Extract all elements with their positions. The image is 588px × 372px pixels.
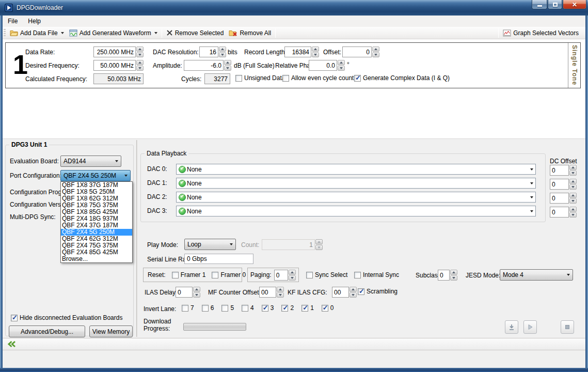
graph-selected-vectors-button[interactable]: Graph Selected Vectors bbox=[500, 28, 581, 38]
invert-lane-5-checkbox[interactable]: 5 bbox=[221, 304, 234, 312]
dac0-combo[interactable]: None bbox=[176, 164, 536, 175]
invert-lane-3-checkbox[interactable]: 3 bbox=[262, 304, 274, 312]
spin-up-button[interactable] bbox=[136, 60, 144, 65]
dac-resolution-value[interactable]: 16 bbox=[199, 47, 218, 57]
spin-up-button[interactable] bbox=[193, 287, 200, 292]
menu-file[interactable]: File bbox=[3, 17, 23, 26]
mf-counter-offset-value[interactable]: 00 bbox=[259, 287, 276, 298]
dc-offset-value[interactable]: 0 bbox=[550, 179, 569, 190]
spin-up-button[interactable] bbox=[224, 60, 231, 65]
dac3-combo[interactable]: None bbox=[176, 206, 536, 216]
add-generated-waveform-dropdown-caret[interactable] bbox=[154, 32, 157, 34]
remove-selected-button[interactable]: Remove Selected bbox=[164, 28, 227, 38]
port-configuration-combo[interactable]: QBF 2X4 5G 250M bbox=[60, 170, 131, 181]
paging-value[interactable]: 0 bbox=[274, 270, 288, 281]
dc-offset-value[interactable]: 0 bbox=[550, 207, 569, 218]
spin-down-button[interactable] bbox=[136, 66, 144, 71]
spin-up-button[interactable] bbox=[315, 239, 323, 244]
play-mode-combo[interactable]: Loop bbox=[184, 239, 236, 250]
dropdown-item-selected[interactable]: QBF 2X4 5G 250M bbox=[61, 229, 132, 236]
spin-down-button[interactable] bbox=[219, 52, 226, 57]
spin-up-button[interactable] bbox=[219, 47, 226, 52]
add-data-file-button[interactable]: Add Data File bbox=[7, 28, 67, 38]
menu-help[interactable]: Help bbox=[23, 17, 46, 26]
dropdown-item[interactable]: QBF 1X8 75G 375M bbox=[61, 202, 132, 209]
spin-down-button[interactable] bbox=[450, 275, 457, 281]
remove-all-button[interactable]: Remove All bbox=[226, 28, 274, 38]
data-rate-value[interactable]: 250.000 MHz bbox=[93, 47, 136, 57]
spin-down-button[interactable] bbox=[372, 52, 379, 57]
record-length-value[interactable]: 16384 bbox=[284, 47, 311, 57]
invert-lane-2-checkbox[interactable]: 2 bbox=[281, 304, 294, 312]
kf-ilas-cfg-value[interactable]: 00 bbox=[332, 287, 349, 298]
advanced-debug-button[interactable]: Advanced/Debug... bbox=[9, 326, 85, 337]
spin-up-button[interactable] bbox=[312, 47, 319, 52]
view-memory-button[interactable]: View Memory bbox=[89, 326, 133, 337]
scrambling-checkbox[interactable]: Scrambling bbox=[358, 288, 398, 295]
dropdown-item[interactable]: QBF 2X4 75G 375M bbox=[61, 242, 132, 249]
amplitude-value[interactable]: -6.0 bbox=[184, 60, 224, 71]
desired-frequency-value[interactable]: 50.000 MHz bbox=[93, 60, 136, 71]
download-button[interactable] bbox=[505, 320, 518, 334]
spin-down-button[interactable] bbox=[569, 212, 577, 218]
invert-lane-7-checkbox[interactable]: 7 bbox=[182, 304, 194, 312]
dropdown-item[interactable]: QBF 2X4 62G 312M bbox=[61, 236, 132, 242]
add-data-file-dropdown-caret[interactable] bbox=[61, 32, 64, 34]
dropdown-item[interactable]: Browse... bbox=[61, 256, 132, 262]
offset-value[interactable]: 0 bbox=[342, 47, 372, 57]
spin-up-button[interactable] bbox=[349, 287, 357, 292]
spin-up-button[interactable] bbox=[569, 207, 577, 212]
spin-up-button[interactable] bbox=[136, 47, 144, 52]
spin-down-button[interactable] bbox=[338, 66, 345, 71]
spin-up-button[interactable] bbox=[289, 270, 296, 275]
spin-down-button[interactable] bbox=[569, 184, 577, 190]
unsigned-data-checkbox[interactable]: Unsigned Data bbox=[235, 74, 285, 82]
spin-down-button[interactable] bbox=[569, 171, 577, 176]
relative-phase-value[interactable]: 0.0 bbox=[309, 60, 337, 71]
internal-sync-checkbox[interactable]: Internal Sync bbox=[354, 271, 399, 278]
invert-lane-6-checkbox[interactable]: 6 bbox=[202, 304, 214, 312]
play-button[interactable] bbox=[523, 320, 537, 334]
evaluation-board-combo[interactable]: AD9144 bbox=[60, 156, 121, 167]
spin-up-button[interactable] bbox=[338, 60, 345, 65]
hide-disconnected-checkbox[interactable]: Hide disconnected Evaluation Boards bbox=[11, 314, 122, 321]
stop-button[interactable] bbox=[561, 320, 574, 334]
minimize-button[interactable] bbox=[532, 0, 547, 9]
spin-up-button[interactable] bbox=[569, 179, 577, 184]
dropdown-item[interactable]: QBF 2X4 85G 425M bbox=[61, 249, 132, 256]
maximize-button[interactable] bbox=[548, 0, 562, 9]
spin-up-button[interactable] bbox=[277, 287, 284, 292]
spin-down-button[interactable] bbox=[136, 52, 144, 57]
double-left-arrow-icon[interactable] bbox=[7, 340, 17, 348]
dac1-combo[interactable]: None bbox=[176, 178, 536, 189]
add-generated-waveform-button[interactable]: Add Generated Waveform bbox=[67, 28, 160, 38]
jesd-mode-combo[interactable]: Mode 4 bbox=[500, 269, 573, 281]
dropdown-item[interactable]: QBF 2X4 18G 937M bbox=[61, 215, 132, 222]
spin-up-button[interactable] bbox=[569, 165, 577, 170]
spin-down-button[interactable] bbox=[289, 275, 296, 281]
spin-down-button[interactable] bbox=[193, 292, 200, 298]
subclass-value[interactable]: 0 bbox=[438, 270, 450, 281]
dc-offset-value[interactable]: 0 bbox=[550, 165, 569, 176]
dropdown-item[interactable]: QBF 1X8 37G 187M bbox=[61, 182, 132, 189]
invert-lane-4-checkbox[interactable]: 4 bbox=[242, 304, 254, 312]
spin-down-button[interactable] bbox=[224, 66, 231, 71]
dropdown-item[interactable]: QBF 1X8 5G 250M bbox=[61, 189, 132, 195]
spin-up-button[interactable] bbox=[450, 270, 457, 275]
ilas-delay-value[interactable]: 0 bbox=[176, 287, 193, 298]
spin-down-button[interactable] bbox=[312, 52, 319, 57]
framer1-checkbox[interactable]: Framer 1 bbox=[172, 271, 206, 278]
count-value[interactable]: 1 bbox=[262, 239, 315, 250]
spin-down-button[interactable] bbox=[349, 292, 357, 298]
dc-offset-value[interactable]: 0 bbox=[550, 193, 569, 204]
invert-lane-1-checkbox[interactable]: 1 bbox=[301, 304, 314, 312]
allow-even-cycle-count-checkbox[interactable]: Allow even cycle count bbox=[282, 74, 354, 82]
close-button[interactable]: ✕ bbox=[563, 0, 586, 9]
dropdown-item[interactable]: QBF 1X8 85G 425M bbox=[61, 209, 132, 215]
spin-up-button[interactable] bbox=[372, 47, 379, 52]
pane-splitter[interactable] bbox=[136, 140, 137, 337]
spin-down-button[interactable] bbox=[569, 198, 577, 204]
dac2-combo[interactable]: None bbox=[176, 192, 536, 203]
spin-up-button[interactable] bbox=[569, 193, 577, 198]
framer0-checkbox[interactable]: Framer 0 bbox=[212, 271, 246, 278]
